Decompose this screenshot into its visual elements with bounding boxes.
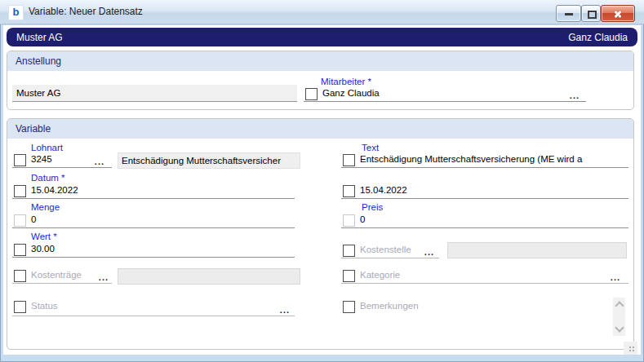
kostentraeger-field[interactable]: Kostenträge ... [12, 269, 112, 284]
kostentraeger-description-field [118, 268, 300, 285]
banner-company-name: Muster AG [16, 32, 63, 43]
datum-label: Datum * [31, 173, 65, 183]
menge-value: 0 [31, 214, 293, 224]
lohnart-label: Lohnart [31, 143, 63, 152]
preis-value: 0 [360, 214, 627, 224]
status-checkbox[interactable] [14, 301, 26, 313]
mitarbeiter-value: Ganz Claudia [322, 88, 584, 98]
app-logo-icon: b [8, 5, 24, 20]
datum2-checkbox[interactable] [343, 185, 355, 197]
kostentraeger-browse-button[interactable]: ... [99, 273, 109, 282]
group-anstellung-title: Anstellung [7, 51, 633, 71]
scroll-down-icon[interactable] [615, 323, 624, 332]
context-banner: Muster AG Ganz Claudia [7, 28, 637, 46]
datum2-value: 15.04.2022 [360, 185, 627, 195]
preis-field: 0 [341, 214, 628, 228]
close-icon [613, 9, 623, 19]
minimize-button[interactable] [556, 5, 581, 22]
menge-label: Menge [31, 202, 60, 212]
client-area: Muster AG Ganz Claudia Anstellung Muster… [3, 25, 641, 355]
kostenstelle-field[interactable]: Kostenstelle ... [341, 244, 439, 258]
bemerkungen-label: Bemerkungen [360, 301, 601, 311]
kategorie-label: Kategorie [360, 270, 627, 280]
kategorie-field[interactable]: Kategorie ... [341, 269, 628, 284]
kostenstelle-checkbox[interactable] [343, 245, 355, 257]
restore-button[interactable] [581, 5, 601, 22]
scroll-up-icon[interactable] [615, 301, 624, 310]
firma-field: Muster AG [12, 85, 297, 102]
lohnart-description-field: Entschädigung Mutterschaftsversicher [118, 152, 300, 169]
close-button[interactable] [601, 5, 635, 22]
wert-field[interactable]: 30.00 [12, 243, 295, 258]
mitarbeiter-browse-button[interactable]: ... [570, 91, 580, 100]
bemerkungen-field[interactable]: Bemerkungen [341, 300, 602, 316]
lohnart-checkbox[interactable] [14, 154, 26, 166]
menge-field: 0 [12, 214, 295, 228]
wert-checkbox[interactable] [14, 244, 26, 256]
datum-checkbox[interactable] [14, 185, 26, 197]
mitarbeiter-label: Mitarbeiter * [321, 77, 371, 86]
restore-icon [588, 11, 597, 19]
banner-employee-name: Ganz Claudia [568, 32, 628, 43]
text-value: Entschädigung Mutterschaftsversicherung … [360, 154, 627, 164]
status-field[interactable]: Status ... [12, 300, 295, 316]
text-field[interactable]: Entschädigung Mutterschaftsversicherung … [341, 153, 628, 168]
kostenstelle-description-field [447, 242, 627, 258]
dialog-window: b Variable: Neuer Datensatz Muster AG Ga… [0, 0, 644, 362]
text-checkbox[interactable] [343, 154, 355, 166]
bemerkungen-checkbox[interactable] [343, 301, 355, 313]
kostenstelle-browse-button[interactable]: ... [424, 248, 434, 257]
lohnart-field[interactable]: 3245 ... [12, 153, 112, 168]
lohnart-browse-button[interactable]: ... [95, 157, 104, 166]
text-label: Text [362, 143, 379, 152]
status-label: Status [31, 301, 293, 311]
preis-label: Preis [362, 202, 383, 212]
kategorie-checkbox[interactable] [343, 270, 355, 282]
wert-value: 30.00 [31, 244, 293, 254]
window-title: Variable: Neuer Datensatz [29, 6, 143, 17]
wert-label: Wert * [31, 232, 57, 241]
datum-value: 15.04.2022 [31, 185, 293, 195]
status-browse-button[interactable]: ... [280, 306, 290, 315]
datum-field[interactable]: 15.04.2022 [12, 184, 295, 199]
datum2-field[interactable]: 15.04.2022 [341, 184, 628, 199]
resize-grip-icon[interactable] [624, 342, 637, 355]
bemerkungen-scrollbar[interactable] [613, 298, 625, 336]
kostentraeger-checkbox[interactable] [14, 270, 26, 282]
preis-checkbox [343, 214, 355, 227]
menge-checkbox [14, 214, 26, 227]
mitarbeiter-checkbox[interactable] [305, 88, 318, 100]
titlebar: b Variable: Neuer Datensatz [0, 0, 644, 24]
group-variable-title: Variable [7, 119, 633, 139]
minimize-icon [565, 13, 573, 15]
mitarbeiter-field[interactable]: Ganz Claudia ... [304, 87, 586, 102]
kategorie-browse-button[interactable]: ... [611, 273, 620, 282]
